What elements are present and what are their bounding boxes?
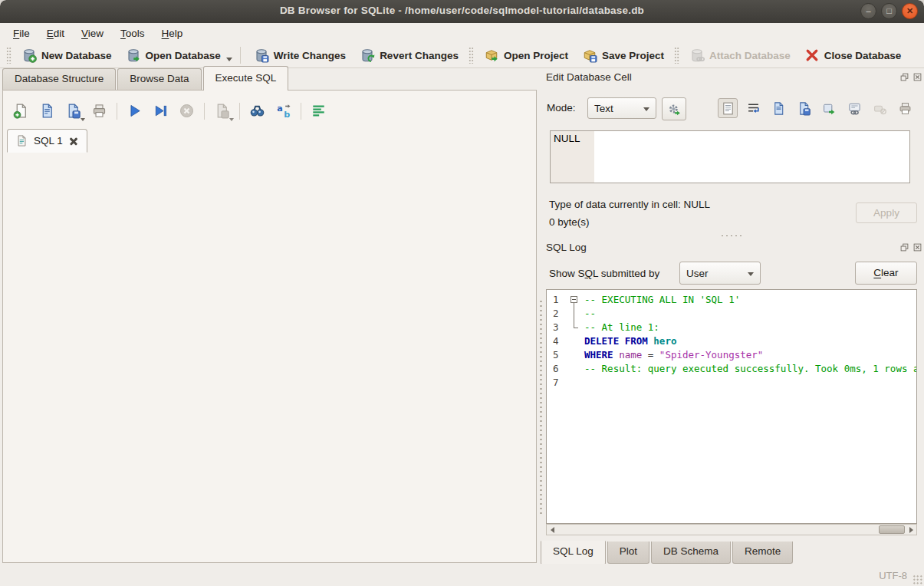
log-horizontal-scrollbar[interactable] [546,524,917,535]
mode-label: Mode: [547,102,576,114]
tab-remote[interactable]: Remote [732,542,793,564]
code-line-6[interactable]: -- Result: query executed successfully. … [583,362,916,376]
toolbar-handle[interactable] [469,47,474,64]
log-fold-margin[interactable] [568,290,583,523]
close-database-icon [804,48,820,63]
save-results-button [212,100,232,121]
word-wrap-button[interactable] [743,98,763,118]
new-database-icon [21,48,37,63]
text-mode-button[interactable] [718,98,738,118]
sql-log-pane[interactable]: 1234567 -- EXECUTING ALL IN 'SQL 1'---- … [546,289,917,524]
open-sql-file-button[interactable] [37,100,58,121]
new-database-button[interactable]: New Database [15,44,119,66]
menu-edit[interactable]: Edit [38,25,73,41]
close-database-button[interactable]: Close Database [797,44,909,66]
stop-button [176,100,197,121]
new-tab-button[interactable] [11,100,31,121]
title-bar[interactable]: DB Browser for SQLite - /home/user/code/… [0,0,924,24]
format-button[interactable] [308,100,329,121]
app-window: DB Browser for SQLite - /home/user/code/… [0,0,924,586]
show-sql-label: Show SQL submitted by [549,268,659,279]
dock-close-icon[interactable] [912,72,922,82]
import-file-button[interactable] [768,98,788,118]
write-changes-icon [254,48,269,63]
mode-combobox[interactable]: Text [587,97,656,119]
submitted-by-value: User [686,268,709,279]
new-tab-icon [13,103,29,119]
code-line-1[interactable]: -- EXECUTING ALL IN 'SQL 1' [583,293,916,307]
tab-db-schema[interactable]: DB Schema [651,542,731,564]
attach-database-icon [689,48,705,63]
save-project-button[interactable]: Save Project [575,44,671,66]
window-controls: – □ ✕ [860,3,918,19]
close-sql-tab-icon[interactable] [68,136,79,146]
scrollbar-thumb[interactable] [879,525,905,534]
encoding-indicator[interactable]: UTF-8 [879,570,907,581]
cell-value: NULL [554,133,580,144]
code-line-5[interactable]: WHERE name = "Spider-Youngster" [583,348,916,362]
save-sql-file-button[interactable] [63,100,84,121]
tab-execute-sql[interactable]: Execute SQL [203,66,289,91]
close-icon[interactable]: ✕ [902,3,918,19]
execute-line-button[interactable] [150,100,171,121]
menu-bar: FileEditViewToolsHelp [0,23,924,43]
cell-type-text: Type of data currently in cell: NULL [549,199,710,210]
tab-sql-log[interactable]: SQL Log [541,541,606,565]
toolbar-handle[interactable] [674,47,679,64]
code-line-7[interactable] [583,376,916,390]
dock-splitter-handle[interactable] [538,299,543,514]
menu-view[interactable]: View [73,25,112,41]
text-mode-icon [721,101,735,116]
open-database-button[interactable]: Open Database [119,44,228,66]
toolbar-separator [117,103,117,120]
open-project-icon [484,48,499,63]
minimize-icon[interactable]: – [860,3,876,19]
find-button[interactable] [247,100,268,121]
toolbar-button-label: Save Project [602,50,664,61]
link-cell-button[interactable] [844,98,864,118]
tab-browse-data[interactable]: Browse Data [117,68,201,91]
save-cell-icon [797,101,811,116]
cell-editor[interactable]: NULL [550,130,910,183]
menu-tools[interactable]: Tools [112,25,153,41]
sql-editor-tab[interactable]: SQL 1 [7,129,87,153]
save-cell-button[interactable] [794,98,814,118]
export-cell-icon [822,101,837,116]
float-icon[interactable] [899,242,909,252]
scroll-left-icon[interactable] [547,525,557,535]
print-cell-button[interactable] [895,98,915,118]
dock-splitter-handle[interactable] [720,233,743,238]
clear-button[interactable]: Clear [855,262,917,285]
open-project-button[interactable]: Open Project [477,44,575,66]
toolbar-separator [301,103,301,120]
dock-close-icon[interactable] [912,242,922,252]
resize-grip[interactable] [912,574,922,584]
write-changes-button[interactable]: Write Changes [247,44,353,66]
fold-collapse-icon[interactable] [571,296,577,303]
revert-changes-icon [360,48,375,63]
menu-help[interactable]: Help [153,25,192,41]
cell-editor-toolbar [718,98,920,118]
scroll-right-icon[interactable] [906,525,916,535]
print-cell-icon [898,101,912,116]
toolbar-handle[interactable] [6,47,12,64]
maximize-icon[interactable]: □ [881,3,897,19]
code-line-4[interactable]: DELETE FROM hero [583,334,916,348]
submitted-by-combobox[interactable]: User [679,262,761,285]
menu-file[interactable]: File [5,25,38,41]
code-line-3[interactable]: -- At line 1: [583,321,916,334]
save-results-icon [214,103,230,119]
replace-button[interactable]: ab [273,100,294,121]
dock-tab-bar: SQL LogPlotDB SchemaRemote [541,542,794,565]
tab-plot[interactable]: Plot [607,542,649,564]
export-cell-button[interactable] [819,98,839,118]
code-line-2[interactable]: -- [583,307,916,321]
execute-button[interactable] [124,100,145,121]
float-icon[interactable] [899,72,909,82]
revert-changes-button[interactable]: Revert Changes [353,44,465,66]
tab-database-structure[interactable]: Database Structure [2,68,116,91]
auto-apply-button[interactable] [662,97,686,120]
log-code-area: -- EXECUTING ALL IN 'SQL 1'---- At line … [583,290,916,523]
print-button[interactable] [89,100,110,121]
dropdown-caret-icon[interactable] [226,58,232,61]
